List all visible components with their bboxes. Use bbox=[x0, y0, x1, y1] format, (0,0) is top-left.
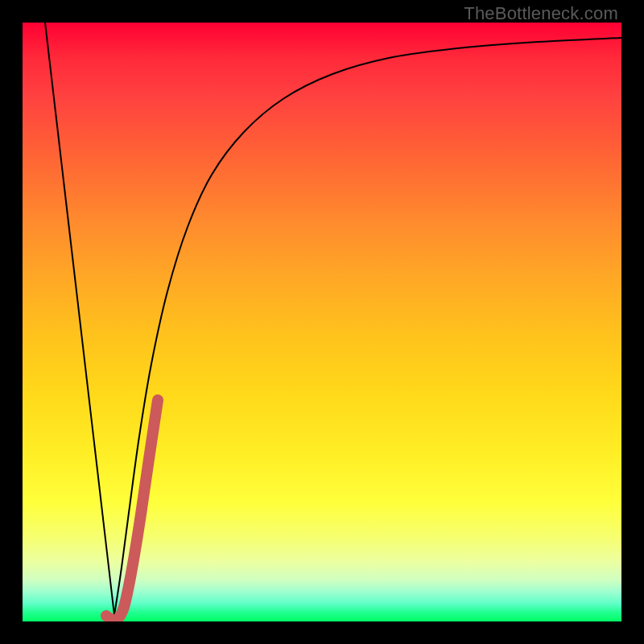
watermark-text: TheBottleneck.com bbox=[464, 3, 618, 24]
chart-svg bbox=[23, 23, 621, 621]
curve-red-hook bbox=[106, 400, 158, 621]
line-descending-left bbox=[45, 23, 114, 615]
chart-frame: TheBottleneck.com bbox=[0, 0, 644, 644]
series-ascending-log-curve bbox=[114, 38, 621, 615]
plot-area bbox=[23, 23, 621, 621]
curve-ascending-log bbox=[114, 38, 621, 615]
series-red-hook bbox=[106, 400, 158, 621]
series-descending-left bbox=[45, 23, 114, 615]
